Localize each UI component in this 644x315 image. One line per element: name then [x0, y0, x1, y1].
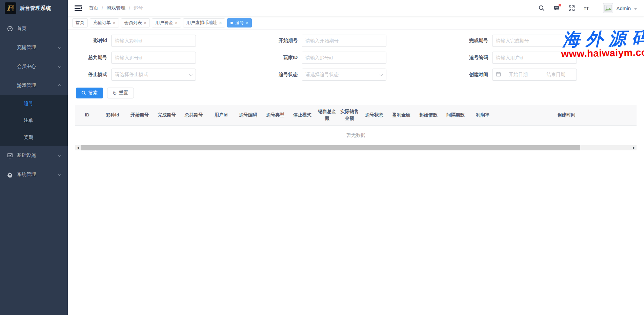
- tab-recharge-orders[interactable]: 充值订单×: [90, 18, 119, 27]
- tab-user-crypto-address[interactable]: 用户虚拟币地址×: [183, 18, 225, 27]
- finish-period-input[interactable]: [492, 35, 577, 47]
- logo-letter: F: [7, 5, 12, 12]
- sidebar-item-system-manage[interactable]: 系统管理: [0, 165, 68, 184]
- chevron-down-icon: [58, 153, 61, 157]
- filter-label: 追号编码: [457, 55, 492, 61]
- lottery-id-input[interactable]: [111, 35, 196, 47]
- main-area: 首页/游戏管理/追号 TT: [68, 0, 644, 315]
- breadcrumb-separator: /: [129, 5, 130, 11]
- tag-tab-bar: 首页充值订单×会员列表×用户资金×用户虚拟币地址×追号×: [68, 16, 644, 30]
- sidebar-item-label: 基础设施: [17, 152, 36, 159]
- sidebar-item-bet-orders[interactable]: 注单: [0, 112, 68, 129]
- close-icon[interactable]: ×: [175, 21, 178, 25]
- chase-code-input[interactable]: [492, 52, 577, 64]
- stop-mode-select[interactable]: 请选择停止模式: [111, 69, 196, 81]
- breadcrumb-separator: /: [102, 5, 103, 11]
- sidebar-item-prize-periods[interactable]: 奖期: [0, 129, 68, 146]
- tab-chase-number[interactable]: 追号×: [227, 18, 252, 27]
- table-column-header: 开始期号: [126, 110, 153, 120]
- sidebar-item-infrastructure[interactable]: 基础设施: [0, 146, 68, 165]
- sidebar-item-home[interactable]: 首页: [0, 19, 68, 38]
- dashboard-icon: [7, 25, 13, 32]
- chevron-down-icon: [189, 73, 193, 76]
- tab-home[interactable]: 首页: [72, 18, 88, 27]
- tab-member-list[interactable]: 会员列表×: [121, 18, 150, 27]
- scroll-left-arrow-icon[interactable]: ◀: [75, 145, 80, 150]
- close-icon[interactable]: ×: [113, 21, 116, 25]
- filter-field-lottery-id: 彩种id: [76, 35, 266, 47]
- font-size-icon[interactable]: TT: [583, 5, 590, 12]
- close-icon[interactable]: ×: [144, 21, 147, 25]
- filter-label: 开始期号: [266, 38, 302, 44]
- sidebar-item-label: 充提管理: [17, 44, 36, 51]
- table-column-header: 彩种id: [99, 110, 126, 120]
- sidebar-item-member-center[interactable]: 会员中心: [0, 57, 68, 76]
- scroll-right-arrow-icon[interactable]: ▶: [631, 145, 637, 150]
- sidebar-item-label: 系统管理: [17, 171, 36, 178]
- breadcrumb-item[interactable]: 首页: [89, 5, 98, 11]
- active-dot-icon: [230, 22, 233, 24]
- start-period-input[interactable]: [302, 35, 386, 47]
- select-placeholder: 请选择追号状态: [305, 72, 339, 78]
- sidebar-item-recharge-withdraw[interactable]: 充提管理: [0, 38, 68, 57]
- filter-field-finish-period: 完成期号: [457, 35, 644, 47]
- filter-field-player-id: 玩家ID: [266, 52, 457, 64]
- search-icon[interactable]: [538, 5, 545, 12]
- filter-field-total-periods: 总共期号: [76, 52, 266, 64]
- infrastructure-icon: [7, 152, 13, 159]
- close-icon[interactable]: ×: [246, 21, 248, 25]
- filter-label: 玩家ID: [266, 55, 302, 61]
- reset-button[interactable]: ↻ 重置: [107, 88, 134, 98]
- tab-user-funds[interactable]: 用户资金×: [152, 18, 181, 27]
- empty-state-text: 暂无数据: [75, 126, 637, 145]
- tab-label: 会员列表: [124, 20, 142, 26]
- sidebar: F 飞六盒 后台管理系统 首页充提管理会员中心游戏管理追号注单奖期基础设施系统管…: [0, 0, 68, 315]
- app-logo[interactable]: F 飞六盒 后台管理系统: [0, 0, 68, 16]
- player-id-input[interactable]: [302, 52, 386, 64]
- sidebar-item-game-manage[interactable]: 游戏管理: [0, 76, 68, 95]
- user-menu[interactable]: Admin: [598, 3, 637, 13]
- breadcrumb-item: 追号: [134, 5, 143, 11]
- chase-status-select[interactable]: 请选择追号状态: [302, 69, 386, 81]
- tab-label: 充值订单: [93, 20, 111, 26]
- select-placeholder: 请选择停止模式: [115, 72, 148, 78]
- sidebar-collapse-icon[interactable]: [75, 5, 82, 11]
- page-content: 彩种id开始期号完成期号总共期号玩家ID追号编码停止模式请选择停止模式追号状态请…: [68, 30, 644, 150]
- breadcrumb-item[interactable]: 游戏管理: [106, 5, 125, 11]
- created-time-daterange[interactable]: 开始日期-结束日期: [492, 69, 577, 81]
- chevron-up-icon: [58, 84, 61, 88]
- avatar: [603, 3, 613, 13]
- tab-label: 首页: [76, 20, 84, 26]
- horizontal-scrollbar[interactable]: ◀ ▶: [75, 145, 637, 150]
- data-table: ID彩种id开始期号完成期号总共期号用户id追号编码追号类型停止模式销售总金额实…: [75, 105, 637, 150]
- scrollbar-thumb[interactable]: [81, 145, 580, 150]
- table-column-header: 总共期号: [180, 110, 207, 120]
- filter-label: 停止模式: [76, 72, 111, 78]
- tab-label: 追号: [235, 20, 244, 26]
- filter-label: 创建时间: [457, 72, 492, 78]
- search-button[interactable]: 搜索: [76, 88, 103, 98]
- breadcrumb: 首页/游戏管理/追号: [89, 5, 143, 11]
- filter-label: 追号状态: [266, 72, 302, 78]
- table-column-header: 间隔期数: [442, 110, 469, 120]
- fullscreen-icon[interactable]: [568, 5, 575, 12]
- message-icon[interactable]: [553, 5, 560, 12]
- search-button-label: 搜索: [88, 90, 98, 96]
- filter-form: 彩种id开始期号完成期号总共期号玩家ID追号编码停止模式请选择停止模式追号状态请…: [68, 35, 644, 81]
- logo-icon: F 飞六盒: [5, 2, 16, 14]
- chevron-down-icon: [58, 64, 61, 68]
- top-header: 首页/游戏管理/追号 TT: [68, 0, 644, 16]
- close-icon[interactable]: ×: [219, 21, 222, 25]
- table-column-header: 用户id: [207, 110, 235, 120]
- submenu-game-manage: 追号注单奖期: [0, 95, 68, 146]
- sidebar-item-label: 首页: [17, 25, 26, 32]
- sidebar-item-chase-number[interactable]: 追号: [0, 95, 68, 112]
- table-column-header: 实际销售金额: [338, 107, 361, 124]
- filter-field-stop-mode: 停止模式请选择停止模式: [76, 69, 266, 81]
- date-separator: -: [536, 72, 539, 77]
- admin-name: Admin: [616, 5, 631, 11]
- reset-button-label: 重置: [119, 90, 128, 96]
- table-column-header: 追号状态: [361, 110, 388, 120]
- total-periods-input[interactable]: [111, 52, 196, 64]
- filter-label: 彩种id: [76, 38, 111, 44]
